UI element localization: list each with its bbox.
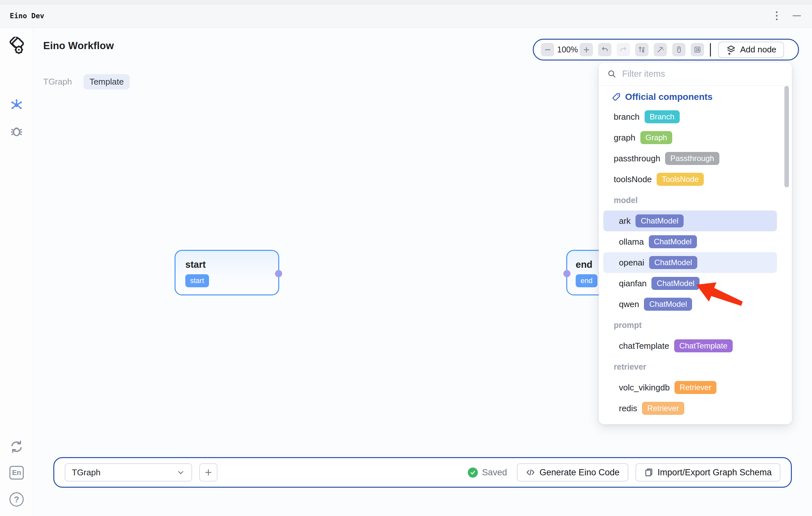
- generate-code-button[interactable]: Generate Eino Code: [517, 463, 628, 482]
- component-group-prompt: prompt: [599, 315, 792, 335]
- filter-items-input[interactable]: [622, 69, 783, 79]
- component-label: chatTemplate: [619, 341, 669, 351]
- official-components-title: Official components: [625, 92, 713, 102]
- language-icon: En: [9, 466, 24, 480]
- official-components-header: Official components: [599, 87, 792, 106]
- window-titlebar: Eino Dev: [0, 4, 812, 28]
- graph-tabs: TGraph Template: [43, 74, 130, 89]
- import-export-label: Import/Export Graph Schema: [658, 467, 772, 478]
- component-type-badge: Branch: [645, 110, 680, 123]
- component-label: redis: [619, 403, 637, 413]
- sidebar-item-language[interactable]: En: [0, 464, 33, 482]
- component-type-badge: ToolsNode: [657, 173, 704, 186]
- minimize-icon[interactable]: [792, 15, 801, 16]
- import-export-button[interactable]: Import/Export Graph Schema: [636, 463, 780, 482]
- undo-button[interactable]: [598, 43, 611, 56]
- app-surface: En ? Eino Workflow TGraph Template start…: [0, 28, 812, 516]
- component-item-ollama[interactable]: ollamaChatModel: [603, 231, 777, 252]
- start-node-output-port[interactable]: [275, 270, 282, 277]
- component-label: qwen: [619, 299, 639, 309]
- save-status: Saved: [468, 467, 507, 478]
- search-icon: [607, 69, 616, 78]
- component-item-ark[interactable]: arkChatModel: [603, 211, 777, 231]
- sidebar-item-help[interactable]: ?: [0, 490, 33, 509]
- component-label: qianfan: [619, 278, 646, 289]
- window-chrome-strip: [0, 0, 812, 4]
- code-icon: [526, 467, 535, 477]
- component-item-openai[interactable]: openaiChatModel: [603, 252, 777, 273]
- component-label: openai: [619, 258, 644, 268]
- component-type-badge: ChatModel: [651, 277, 699, 290]
- sidebar-item-debug[interactable]: [0, 123, 33, 140]
- component-item-chatTemplate[interactable]: chatTemplateChatTemplate: [603, 335, 777, 356]
- component-label: passthrough: [614, 154, 660, 164]
- eino-logo-icon: [0, 35, 33, 56]
- generate-code-label: Generate Eino Code: [540, 467, 619, 478]
- sidebar-item-refresh[interactable]: [0, 438, 33, 455]
- zoom-out-button[interactable]: [541, 43, 554, 56]
- component-group-model: model: [599, 190, 792, 211]
- auto-layout-button[interactable]: [635, 43, 648, 56]
- end-node-badge: end: [576, 274, 598, 287]
- zoom-in-button[interactable]: [580, 43, 593, 56]
- sidebar-item-workflow[interactable]: [0, 97, 33, 113]
- component-list: Official components branchBranchgraphGra…: [599, 86, 792, 422]
- check-icon: [468, 467, 478, 478]
- component-label: toolsNode: [614, 174, 652, 185]
- component-item-passthrough[interactable]: passthroughPassthrough: [603, 148, 777, 169]
- tag-icon: [612, 92, 621, 102]
- chevron-down-icon: [176, 468, 185, 477]
- component-item-branch[interactable]: branchBranch: [603, 106, 777, 127]
- add-node-panel: Official components branchBranchgraphGra…: [599, 62, 792, 424]
- component-label: ark: [619, 216, 631, 226]
- component-item-qwen[interactable]: qwenChatModel: [603, 294, 777, 315]
- start-node[interactable]: start start: [175, 250, 279, 295]
- filter-search[interactable]: [599, 62, 792, 85]
- help-icon: ?: [9, 492, 24, 507]
- canvas-toolbar: 100%: [533, 39, 799, 60]
- start-node-badge: start: [185, 274, 209, 287]
- add-graph-button[interactable]: [199, 463, 218, 482]
- component-label: branch: [614, 112, 640, 122]
- component-item-graph[interactable]: graphGraph: [603, 127, 777, 148]
- footer-bar: TGraph Saved Generate Eino Code Import/E…: [53, 457, 792, 488]
- toolbar-divider: [710, 43, 711, 57]
- zoom-level: 100%: [557, 45, 577, 54]
- page-title: Eino Workflow: [43, 40, 114, 52]
- panel-scrollbar[interactable]: [784, 86, 789, 187]
- tab-tgraph[interactable]: TGraph: [43, 74, 78, 89]
- component-item-toolsNode[interactable]: toolsNodeToolsNode: [603, 169, 777, 190]
- clipboard-icon: [644, 468, 654, 477]
- graph-select[interactable]: TGraph: [65, 463, 192, 482]
- component-type-badge: Retriever: [674, 381, 717, 394]
- component-label: ollama: [619, 237, 644, 247]
- component-item-qianfan[interactable]: qianfanChatModel: [603, 273, 777, 294]
- add-node-label: Add node: [740, 45, 776, 55]
- component-type-badge: Retriever: [642, 402, 684, 415]
- start-node-title: start: [185, 259, 278, 270]
- window-title: Eino Dev: [10, 12, 44, 20]
- component-type-badge: ChatModel: [649, 235, 697, 248]
- add-node-button[interactable]: Add node: [718, 42, 784, 58]
- graph-select-value: TGraph: [72, 467, 100, 478]
- end-node-input-port[interactable]: [563, 270, 571, 277]
- component-type-badge: Passthrough: [665, 152, 719, 165]
- component-item-volc_vikingdb[interactable]: volc_vikingdbRetriever: [603, 377, 777, 398]
- component-label: volc_vikingdb: [619, 383, 670, 393]
- save-status-text: Saved: [482, 467, 507, 478]
- component-type-badge: Graph: [640, 131, 672, 144]
- mouse-mode-button[interactable]: [672, 43, 686, 56]
- tab-template[interactable]: Template: [84, 74, 130, 89]
- component-type-badge: ChatModel: [636, 214, 684, 227]
- minimap-button[interactable]: [691, 43, 704, 56]
- component-item-redis[interactable]: redisRetriever: [603, 398, 777, 419]
- magic-wand-button[interactable]: [654, 43, 667, 56]
- redo-button[interactable]: [617, 43, 630, 56]
- component-type-badge: ChatModel: [649, 256, 697, 269]
- component-group-retriever: retriever: [599, 356, 792, 377]
- kebab-menu-icon[interactable]: [775, 10, 779, 22]
- component-label: graph: [614, 133, 636, 143]
- sidebar: En ?: [0, 28, 33, 516]
- component-type-badge: ChatTemplate: [674, 340, 733, 352]
- component-type-badge: ChatModel: [644, 298, 692, 311]
